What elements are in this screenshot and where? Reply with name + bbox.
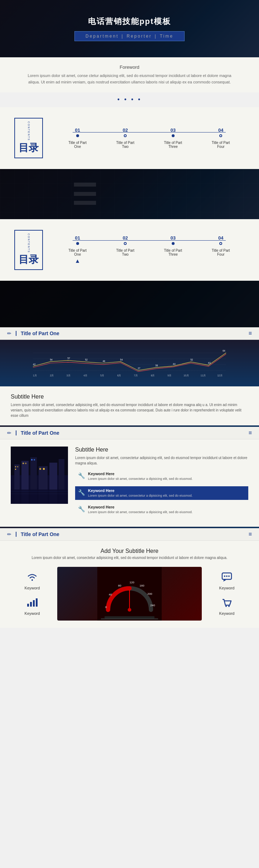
chart-section: 42 54 57 52 48 54 27 38 44 52 43 64 1月 2…	[0, 340, 259, 386]
svg-point-70	[226, 575, 228, 577]
wifi-icon	[26, 572, 38, 584]
keyword-content-2: Keyword Here Lorem ipsum dolor sit amet,…	[88, 488, 192, 498]
svg-text:43: 43	[208, 362, 211, 365]
svg-rect-67	[101, 618, 158, 619]
part3-header-left: ✏ Title of Part One	[7, 531, 59, 537]
contents-timeline-2: 01 02 03 04	[54, 235, 245, 245]
svg-point-65	[128, 608, 131, 612]
svg-text:9月: 9月	[167, 374, 171, 377]
keyword-row-3: 🔧 Keyword Here Lorem ipsum dolor sit ame…	[75, 503, 248, 517]
contents-item-label-2-2: Title of Part Two	[113, 249, 138, 264]
svg-text:27: 27	[138, 367, 141, 370]
svg-rect-47	[43, 468, 45, 470]
contents-timeline-1: 01 02 03 04	[54, 127, 245, 137]
icons-left: Keyword Keyword	[11, 572, 54, 616]
icon-item-shopping: Keyword	[205, 597, 248, 616]
timeline-dot-2-3	[172, 242, 175, 245]
svg-rect-40	[17, 466, 18, 467]
timeline-num-2-1: 01	[75, 235, 80, 241]
two-col-section: Subtitle Here Lorem ipsum dolor sit amet…	[0, 439, 259, 527]
contents-labels-row-1: Title of Part One Title of Part Two Titl…	[54, 141, 245, 149]
part1-header: ✏ Title of Part One ≡	[0, 327, 259, 340]
timeline-num-3: 03	[171, 127, 176, 133]
part3-title: Title of Part One	[21, 531, 59, 537]
signal-icon	[26, 597, 38, 610]
svg-text:☰: ☰	[72, 179, 97, 211]
svg-rect-66	[104, 616, 155, 618]
keyword-row-1: 🔧 Keyword Here Lorem ipsum dolor sit ame…	[75, 469, 248, 483]
timeline-dot-1	[76, 134, 79, 137]
timeline-item-2-1: 01	[75, 235, 80, 245]
keyword-row-2: 🔧 Keyword Here Lorem ipsum dolor sit ame…	[75, 486, 248, 500]
svg-rect-45	[34, 459, 35, 460]
contents-zh-1: 目录	[19, 141, 39, 155]
keyword-icon-1: 🔧	[78, 472, 85, 479]
svg-point-51	[31, 579, 33, 581]
timeline-dot-2-4	[219, 242, 222, 245]
contents-label-1: CONTENTS 目录	[14, 118, 43, 158]
icon-item-wifi: Keyword	[11, 572, 54, 590]
icons-right: Keyword Keyword	[205, 572, 248, 616]
timeline-dot-4	[219, 134, 222, 137]
timeline-dot-2	[124, 134, 127, 137]
part1-subtitle: Subtitle Here	[11, 394, 248, 400]
keyword-body-3: Lorem ipsum dolor sit amet, consectetur …	[88, 510, 192, 515]
arrow-up: ▲	[65, 258, 90, 264]
keyword-heading-2: Keyword Here	[88, 488, 192, 493]
svg-text:0: 0	[105, 606, 107, 609]
part1-content: Subtitle Here Lorem ipsum dolor sit amet…	[0, 386, 259, 425]
svg-text:240: 240	[150, 604, 155, 607]
part1-header-left: ✏ Title of Part One	[7, 331, 59, 336]
contents-en-1: CONTENTS	[28, 121, 30, 141]
hero-bar: Department | Reporter | Time	[74, 31, 185, 41]
svg-text:3月: 3月	[67, 374, 70, 377]
svg-text:38: 38	[155, 364, 158, 367]
part2-intro: Lorem ipsum dolor sit amet, consectetur …	[75, 455, 248, 466]
svg-text:54: 54	[120, 358, 123, 361]
hero-section: 电话营销技能ppt模板 Department | Reporter | Time	[0, 0, 259, 57]
contents-section-1: CONTENTS 目录 01 02 03 04	[0, 107, 259, 169]
svg-text:8月: 8月	[151, 374, 155, 377]
svg-text:80: 80	[118, 584, 121, 587]
timeline-item-1: 01	[75, 127, 80, 137]
part3-pencil-icon: ✏	[7, 531, 11, 537]
keyword-icon-2: 🔧	[78, 489, 85, 496]
part2-pencil-icon: ✏	[7, 430, 11, 436]
contents-item-label-4: Title of Part Four	[208, 141, 233, 149]
part1-list-icon: ≡	[249, 330, 252, 337]
svg-text:4月: 4月	[84, 374, 88, 377]
svg-text:42: 42	[33, 363, 36, 366]
svg-text:12月: 12月	[217, 374, 222, 377]
timeline-num-2-4: 04	[218, 235, 223, 241]
contents-item-label-1: Title of Part One	[65, 141, 90, 149]
timeline-item-3: 03	[171, 127, 176, 137]
separator1: |	[122, 34, 124, 39]
icons-section: Add Your Subtitle Here Lorem ipsum dolor…	[0, 541, 259, 628]
svg-text:48: 48	[103, 360, 106, 362]
svg-rect-43	[25, 463, 26, 464]
icons-grid-container: Keyword Keyword	[11, 567, 248, 621]
timeline-item-2-3: 03	[171, 235, 176, 245]
contents-zh-2: 目录	[19, 253, 39, 266]
timeline-dot-2-1	[76, 242, 79, 245]
part3-list-icon: ≡	[249, 531, 252, 537]
keyword-content-1: Keyword Here Lorem ipsum dolor sit amet,…	[88, 472, 192, 481]
part2-header-left: ✏ Title of Part One	[7, 430, 59, 436]
contents-section-2: CONTENTS 目录 01 02 03 04	[0, 219, 259, 281]
keyword-icon-3: 🔧	[78, 506, 85, 512]
part2-subtitle: Subtitle Here	[75, 447, 248, 453]
shopping-icon	[221, 597, 233, 610]
svg-rect-46	[39, 468, 41, 470]
icons-body: Lorem ipsum dolor sit amet, consectetur …	[11, 556, 248, 560]
timeline-num-4: 04	[218, 127, 223, 133]
timeline-item-4: 04	[218, 127, 223, 137]
svg-rect-48	[11, 490, 68, 504]
timeline-num-1: 01	[75, 127, 80, 133]
svg-text:5月: 5月	[100, 374, 104, 377]
keyword-body-1: Lorem ipsum dolor sit amet, consectetur …	[88, 477, 192, 481]
contents-en-2: CONTENTS	[28, 233, 30, 253]
svg-text:44: 44	[173, 363, 176, 365]
timeline-item-2-2: 02	[123, 235, 128, 245]
contents-items-1: 01 02 03 04 Title of Part One Tit	[54, 127, 245, 149]
laptop-image: 0 40 80 120 160 200 240	[57, 567, 202, 621]
